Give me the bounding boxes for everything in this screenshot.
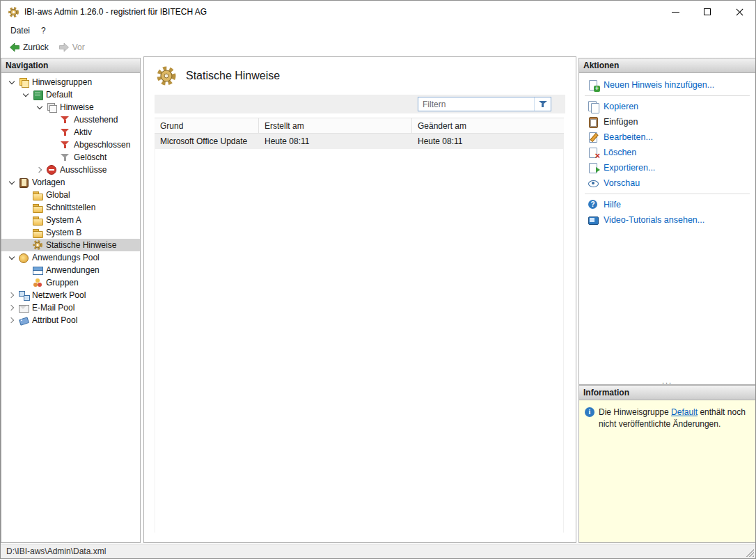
tree-item-label: Vorlagen (32, 178, 65, 187)
folder-icon (32, 202, 43, 213)
paste-icon (588, 116, 599, 127)
action-label: Hilfe (604, 200, 621, 210)
tree-item-ausstehend[interactable]: Ausstehend (1, 113, 140, 126)
actions-panel: Aktionen Neuen Hinweis hinzufügen... Kop… (578, 58, 756, 385)
minimize-icon (672, 12, 679, 13)
tree-item-ausschluesse[interactable]: Ausschlüsse (1, 164, 140, 176)
tree-item-system-a[interactable]: System A (1, 214, 140, 226)
info-text-before: Die Hinweisgruppe (599, 407, 671, 417)
filter-input[interactable] (418, 100, 534, 109)
forward-button-label: Vor (72, 42, 85, 52)
table-empty-area (155, 149, 564, 533)
information-text: Die Hinweisgruppe Default enthält noch n… (599, 407, 750, 430)
chevron-right-icon[interactable] (6, 314, 18, 326)
tree-item-label: Netzwerk Pool (32, 290, 86, 300)
back-button[interactable]: Zurück (5, 40, 53, 54)
action-paste[interactable]: Einfügen (579, 114, 755, 129)
action-delete[interactable]: Löschen (579, 145, 755, 160)
chevron-spacer (19, 214, 32, 226)
chevron-right-icon[interactable] (6, 301, 18, 314)
chevron-down-icon[interactable] (6, 76, 18, 88)
action-label: Neuen Hinweis hinzufügen... (604, 80, 714, 90)
maximize-icon (704, 8, 711, 15)
chevron-down-icon[interactable] (19, 88, 32, 101)
action-video-tutorials[interactable]: Video-Tutorials ansehen... (579, 212, 755, 228)
chevron-down-icon[interactable] (6, 176, 18, 189)
action-copy[interactable]: Kopieren (579, 99, 755, 114)
column-header-erstellt-am[interactable]: Erstellt am (259, 118, 412, 133)
tree-item-abgeschlossen[interactable]: Abgeschlossen (1, 139, 140, 151)
table-row[interactable]: Microsoft Office Update Heute 08:11 Heut… (155, 134, 564, 149)
network-icon (18, 290, 29, 301)
tree-item-gruppen[interactable]: Gruppen (1, 276, 140, 289)
video-icon (588, 214, 599, 226)
action-preview[interactable]: Vorschau (579, 175, 755, 191)
tree-item-default[interactable]: Default (1, 88, 140, 101)
forward-button[interactable]: Vor (54, 40, 89, 54)
close-button[interactable] (723, 1, 755, 23)
tree-item-attribut-pool[interactable]: Attribut Pool (1, 314, 140, 326)
action-label: Vorschau (604, 178, 640, 188)
chevron-right-icon[interactable] (6, 289, 18, 301)
action-export[interactable]: Exportieren... (579, 160, 755, 175)
copy-icon (588, 101, 599, 112)
tree-item-system-b[interactable]: System B (1, 226, 140, 239)
chevron-right-icon[interactable] (33, 164, 46, 176)
filter-button[interactable] (534, 97, 551, 111)
chevron-spacer (19, 239, 32, 251)
navigation-header: Navigation (1, 58, 140, 73)
menu-item-datei[interactable]: Datei (5, 24, 36, 37)
tree-item-email-pool[interactable]: E-Mail Pool (1, 301, 140, 314)
default-group-link[interactable]: Default (671, 407, 698, 417)
tree-item-anwendungen[interactable]: Anwendungen (1, 264, 140, 276)
actions-list: Neuen Hinweis hinzufügen... Kopieren Ein… (579, 73, 755, 228)
separator (585, 194, 750, 194)
chevron-down-icon[interactable] (33, 101, 46, 113)
tree-item-vorlagen[interactable]: Vorlagen (1, 176, 140, 189)
tree-item-schnittstellen[interactable]: Schnittstellen (1, 201, 140, 214)
action-help[interactable]: Hilfe (579, 197, 755, 212)
navigation-panel: Navigation Hinweisgruppen Default Hinwei… (1, 58, 141, 543)
tree-item-statische-hinweise[interactable]: Statische Hinweise (1, 239, 140, 251)
tree-item-label: Statische Hinweise (46, 240, 116, 250)
action-add-hint[interactable]: Neuen Hinweis hinzufügen... (579, 77, 755, 93)
action-edit[interactable]: Bearbeiten... (579, 129, 755, 145)
status-bar: D:\IBI-aws\Admin\Data.xml (1, 544, 755, 558)
minimize-button[interactable] (659, 1, 691, 23)
window-resize-grip[interactable] (745, 548, 754, 557)
tree-item-label: Gruppen (46, 278, 79, 288)
filter-band (155, 95, 565, 113)
tree-item-netzwerk-pool[interactable]: Netzwerk Pool (1, 289, 140, 301)
no-entry-icon (46, 164, 57, 175)
chevron-down-icon[interactable] (6, 251, 18, 264)
column-header-geaendert-am[interactable]: Geändert am (412, 118, 564, 133)
app-icon (8, 6, 19, 18)
information-header: Information (579, 386, 755, 400)
maximize-button[interactable] (691, 1, 723, 23)
navigation-tree: Hinweisgruppen Default Hinweise Ausstehe… (1, 73, 140, 326)
panel-resize-grip[interactable]: ... (579, 378, 755, 384)
actions-header: Aktionen (579, 58, 755, 73)
main-header: Statische Hinweise (144, 57, 576, 95)
column-header-grund[interactable]: Grund (155, 118, 259, 133)
funnel-icon (538, 100, 548, 109)
page-title: Statische Hinweise (186, 70, 280, 82)
tree-item-geloescht[interactable]: Gelöscht (1, 151, 140, 164)
tree-item-anwendungs-pool[interactable]: Anwendungs Pool (1, 251, 140, 264)
back-arrow-icon (9, 42, 20, 53)
tree-item-global[interactable]: Global (1, 189, 140, 201)
tree-item-label: Ausschlüsse (60, 165, 107, 175)
chevron-spacer (47, 126, 60, 139)
tree-item-hinweise[interactable]: Hinweise (1, 101, 140, 113)
tree-item-aktiv[interactable]: Aktiv (1, 126, 140, 139)
edit-icon (588, 132, 599, 143)
tree-item-hinweisgruppen[interactable]: Hinweisgruppen (1, 76, 140, 88)
export-icon (588, 162, 599, 173)
tree-item-label: Schnittstellen (46, 203, 95, 212)
chevron-spacer (19, 189, 32, 201)
chevron-spacer (19, 226, 32, 239)
book-icon (18, 177, 29, 188)
menu-item-help[interactable]: ? (36, 24, 52, 37)
preview-eye-icon (588, 178, 599, 189)
tree-item-label: Global (46, 190, 70, 200)
